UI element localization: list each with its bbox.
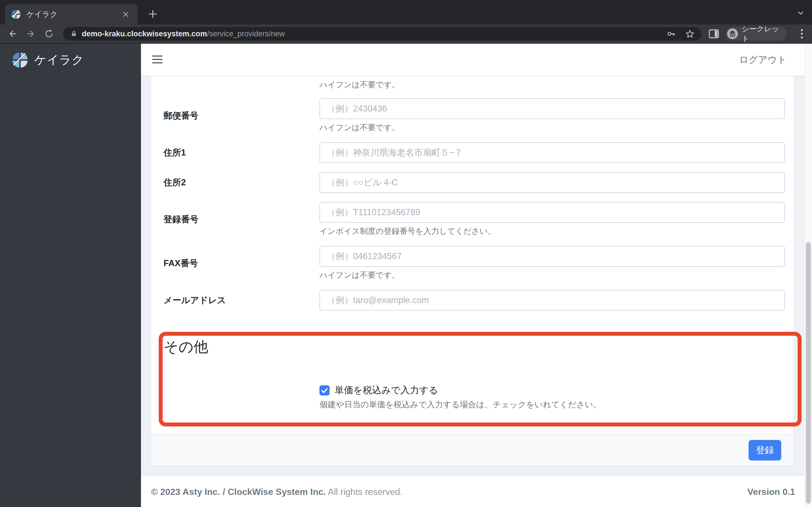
field-helper: ハイフンは不要です。 [319,270,785,281]
field-helper: ハイフンは不要です。 [319,122,785,133]
field-label: 登録番号 [163,202,319,237]
register-button[interactable]: 登録 [749,440,781,460]
back-icon[interactable] [6,27,19,41]
tax-included-option: 単価を税込みで入力する 個建や日当の単価を税込みで入力する場合は、チェックをいれ… [319,384,785,410]
lock-icon [70,31,77,37]
logout-link[interactable]: ログアウト [739,44,786,76]
field-label: メールアドレス [163,290,319,311]
url-path: /service_providers/new [207,30,285,38]
brand-name: ケイラク [35,52,84,68]
tab-title: ケイラク [27,9,120,19]
side-panel-icon[interactable] [708,28,719,40]
sidebar: ケイラク [0,44,141,507]
browser-tab[interactable]: ケイラク [5,4,138,24]
version-label: Version 0.1 [748,487,795,497]
field-label: 郵便番号 [163,98,319,133]
page-footer: © 2023 Asty Inc. / ClockWise System Inc.… [141,475,812,507]
browser-tab-bar: ケイラク [0,0,812,24]
tab-close-icon[interactable] [120,9,132,20]
incognito-badge: シークレット [725,27,786,41]
field-helper: インボイス制度の登録番号を入力してください。 [319,226,785,237]
section-title-other: その他 [163,338,785,356]
field-label: 住所1 [163,142,319,163]
form-row-postal-code: 郵便番号 ハイフンは不要です。 [163,98,785,133]
copyright-rest: All rights reserved. [328,487,403,497]
reload-icon[interactable] [42,27,56,41]
field-label: 住所2 [163,172,319,193]
browser-menu-icon[interactable] [795,27,809,41]
form-row-address1: 住所1 [163,142,785,163]
address2-input[interactable] [319,172,785,193]
new-tab-button[interactable] [146,7,160,21]
form-row-address2: 住所2 [163,172,785,193]
form-row-email: メールアドレス [163,290,785,311]
brand-logo-icon [12,52,28,68]
form-row-fax: FAX番号 ハイフンは不要です。 [163,246,785,281]
checkbox-helper: 個建や日当の単価を税込みで入力する場合は、チェックをいれてください。 [319,399,785,410]
copyright-strong: © 2023 Asty Inc. / ClockWise System Inc. [151,487,326,497]
tax-included-checkbox[interactable] [319,385,329,395]
email-input[interactable] [319,290,785,311]
brand-link[interactable]: ケイラク [0,44,141,76]
form-row-registration-number: 登録番号 インボイス制度の登録番号を入力してください。 [163,202,785,237]
postal-code-input[interactable] [319,98,785,119]
hamburger-menu-icon[interactable] [152,54,163,66]
form-card: ハイフンは不要です。 郵便番号 ハイフンは不要です。 住所1 住所2 [151,76,794,466]
copyright-text: © 2023 Asty Inc. / ClockWise System Inc.… [151,487,403,497]
app-header: ログアウト [141,44,812,76]
incognito-label: シークレット [742,24,786,44]
checkbox-label[interactable]: 単価を税込みで入力する [335,384,438,397]
scrollbar-thumb[interactable] [806,242,811,504]
fax-number-input[interactable] [319,246,785,267]
url-text: demo-kraku.clockwisesystem.com/service_p… [82,30,667,38]
forward-icon[interactable] [24,27,38,41]
url-host: demo-kraku.clockwisesystem.com [82,30,207,38]
address-bar[interactable]: demo-kraku.clockwisesystem.com/service_p… [63,27,701,41]
tab-search-chevron-icon[interactable] [796,8,806,18]
card-footer: 登録 [151,434,794,466]
password-key-icon[interactable] [667,30,675,38]
bookmark-star-icon[interactable] [686,29,695,38]
field-helper: ハイフンは不要です。 [319,80,785,90]
registration-number-input[interactable] [319,202,785,223]
page-scrollbar[interactable] [804,44,812,507]
browser-toolbar: demo-kraku.clockwisesystem.com/service_p… [0,24,812,44]
address1-input[interactable] [319,142,785,163]
site-favicon-icon [11,10,21,19]
incognito-icon [727,29,738,39]
main-content: ハイフンは不要です。 郵便番号 ハイフンは不要です。 住所1 住所2 [141,76,812,507]
field-label: FAX番号 [163,246,319,281]
